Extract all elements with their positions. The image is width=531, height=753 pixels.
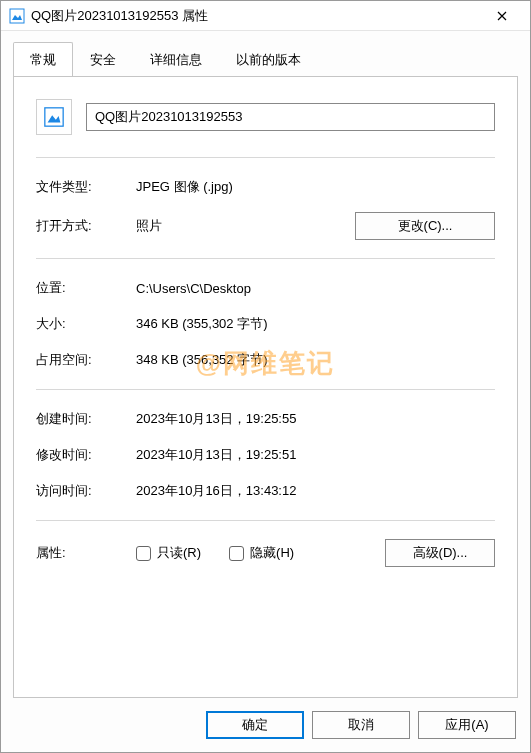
value-created: 2023年10月13日，19:25:55 xyxy=(136,410,495,428)
label-location: 位置: xyxy=(36,279,136,297)
titlebar: QQ图片20231013192553 属性 xyxy=(1,1,530,31)
label-accessed: 访问时间: xyxy=(36,482,136,500)
label-filetype: 文件类型: xyxy=(36,178,136,196)
hidden-label: 隐藏(H) xyxy=(250,544,294,562)
readonly-checkbox-wrap[interactable]: 只读(R) xyxy=(136,544,201,562)
window-title: QQ图片20231013192553 属性 xyxy=(31,7,482,25)
advanced-button[interactable]: 高级(D)... xyxy=(385,539,495,567)
label-created: 创建时间: xyxy=(36,410,136,428)
value-size-on-disk: 348 KB (356,352 字节) xyxy=(136,351,495,369)
label-size-on-disk: 占用空间: xyxy=(36,351,136,369)
label-attributes: 属性: xyxy=(36,544,136,562)
tab-details[interactable]: 详细信息 xyxy=(133,42,219,77)
label-modified: 修改时间: xyxy=(36,446,136,464)
svg-rect-1 xyxy=(45,108,63,126)
app-icon xyxy=(9,8,25,24)
cancel-button[interactable]: 取消 xyxy=(312,711,410,739)
tab-security[interactable]: 安全 xyxy=(73,42,133,77)
label-opens-with: 打开方式: xyxy=(36,217,136,235)
value-size: 346 KB (355,302 字节) xyxy=(136,315,495,333)
change-button[interactable]: 更改(C)... xyxy=(355,212,495,240)
tab-previous-versions[interactable]: 以前的版本 xyxy=(219,42,318,77)
ok-button[interactable]: 确定 xyxy=(206,711,304,739)
apply-button[interactable]: 应用(A) xyxy=(418,711,516,739)
readonly-checkbox[interactable] xyxy=(136,546,151,561)
tabstrip: 常规 安全 详细信息 以前的版本 xyxy=(1,31,530,76)
svg-rect-0 xyxy=(10,9,24,23)
separator xyxy=(36,520,495,521)
close-button[interactable] xyxy=(482,2,522,30)
hidden-checkbox-wrap[interactable]: 隐藏(H) xyxy=(229,544,294,562)
value-accessed: 2023年10月16日，13:43:12 xyxy=(136,482,495,500)
value-opens-with: 照片 xyxy=(136,217,355,235)
tab-page-general: 文件类型: JPEG 图像 (.jpg) 打开方式: 照片 更改(C)... 位… xyxy=(13,76,518,698)
tab-general[interactable]: 常规 xyxy=(13,42,73,77)
button-bar: 确定 取消 应用(A) xyxy=(1,698,530,752)
label-size: 大小: xyxy=(36,315,136,333)
value-filetype: JPEG 图像 (.jpg) xyxy=(136,178,495,196)
separator xyxy=(36,258,495,259)
filename-input[interactable] xyxy=(86,103,495,131)
readonly-label: 只读(R) xyxy=(157,544,201,562)
value-location: C:\Users\C\Desktop xyxy=(136,281,495,296)
separator xyxy=(36,389,495,390)
hidden-checkbox[interactable] xyxy=(229,546,244,561)
value-modified: 2023年10月13日，19:25:51 xyxy=(136,446,495,464)
separator xyxy=(36,157,495,158)
file-icon xyxy=(36,99,72,135)
properties-window: QQ图片20231013192553 属性 常规 安全 详细信息 以前的版本 文… xyxy=(0,0,531,753)
